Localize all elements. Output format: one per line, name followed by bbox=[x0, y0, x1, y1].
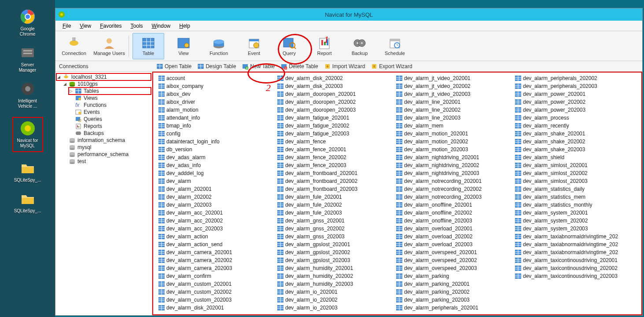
table-item[interactable]: dev_alarm_custom_202002 bbox=[157, 288, 276, 296]
tree-node-backups[interactable]: Backups bbox=[69, 130, 151, 137]
menu-window[interactable]: Window bbox=[148, 22, 174, 30]
table-item[interactable]: dev_alarm_acc_202001 bbox=[157, 209, 276, 217]
table-item[interactable]: datainteract_login_info bbox=[157, 138, 276, 146]
table-item[interactable]: dev_alarm_fatigue_202003 bbox=[276, 130, 394, 138]
table-item[interactable]: dev_alarm_gpslost_202002 bbox=[276, 248, 394, 256]
toolbar-backup-button[interactable]: Backup bbox=[344, 33, 375, 59]
table-item[interactable]: dev_alarm_acc_202003 bbox=[157, 225, 276, 233]
table-item[interactable]: dev_alarm_humidity_202003 bbox=[276, 280, 394, 288]
tree-node-events[interactable]: Events bbox=[69, 109, 151, 116]
tree-node-views[interactable]: Views bbox=[69, 95, 151, 102]
table-item[interactable]: dev_alarm_peripherals_202003 bbox=[513, 82, 632, 90]
action-export-wizard[interactable]: Export Wizard bbox=[368, 62, 415, 70]
table-item[interactable]: dev_alarm_jt_video_202002 bbox=[394, 82, 513, 90]
table-item[interactable]: dev_alarm_overload_202002 bbox=[394, 233, 513, 240]
table-item[interactable]: dev_alarm_fule_202003 bbox=[276, 209, 394, 217]
table-item[interactable]: attendant_info bbox=[157, 114, 276, 122]
table-item[interactable]: dev_alarm_shield bbox=[513, 153, 632, 161]
toolbar-query-button[interactable]: Query bbox=[273, 33, 305, 59]
table-item[interactable]: dev_alarm_power_202002 bbox=[513, 98, 632, 106]
menu-tools[interactable]: Tools bbox=[127, 22, 147, 30]
table-item[interactable]: dev_alarm_onoffline_202001 bbox=[394, 201, 513, 209]
table-item[interactable]: dev_alarm_parking bbox=[394, 272, 513, 280]
table-item[interactable]: dev_alarm_motion_202003 bbox=[394, 146, 513, 153]
table-item[interactable]: dev_alarm_statistics_monthly bbox=[513, 201, 632, 209]
toolbar-report-button[interactable]: Report bbox=[309, 33, 340, 59]
table-item[interactable]: dev_alarm_process bbox=[513, 114, 632, 122]
table-item[interactable]: dev_alarm_shake_202001 bbox=[513, 130, 632, 138]
table-item[interactable]: dev_alarm_peripherals_202002 bbox=[513, 74, 632, 82]
table-item[interactable]: dev_alarm_custom_202003 bbox=[157, 296, 276, 304]
table-item[interactable]: aibox_driver bbox=[157, 98, 276, 106]
table-item[interactable]: dev_alarm_action_send bbox=[157, 240, 276, 248]
table-item[interactable]: dev_alarm_gnss_202003 bbox=[276, 233, 394, 240]
table-item[interactable]: dev_alarm_taxiabnormaldrivingtime_202 bbox=[513, 240, 632, 248]
table-item[interactable]: dev_alarm_humidity_202002 bbox=[276, 272, 394, 280]
table-item[interactable]: dev_alarm_io_202001 bbox=[276, 288, 394, 296]
table-list[interactable]: accountaibox_companyaibox_devaibox_drive… bbox=[152, 72, 642, 315]
table-item[interactable]: dev_alarm_fule_202001 bbox=[276, 193, 394, 201]
table-item[interactable]: dev_alarm_shake_202002 bbox=[513, 138, 632, 146]
table-item[interactable]: dev_alarm_nightdriving_202001 bbox=[394, 153, 513, 161]
table-item[interactable]: dev_alarm_camera_202002 bbox=[157, 256, 276, 264]
tree-node-tables[interactable]: ▷Tables bbox=[69, 87, 151, 95]
table-item[interactable]: dev_alarm_nightdriving_202003 bbox=[394, 169, 513, 177]
tree-node-functions[interactable]: fxFunctions bbox=[69, 102, 151, 109]
table-item[interactable]: dev_alarm_mem bbox=[394, 122, 513, 130]
desktop-icon-navicat[interactable]: Navicat for MySQL bbox=[12, 117, 43, 152]
table-item[interactable]: bmap_info bbox=[157, 122, 276, 130]
action-import-wizard[interactable]: Import Wizard bbox=[322, 62, 368, 70]
table-item[interactable]: dev_alarm_gpslost_202001 bbox=[276, 240, 394, 248]
table-item[interactable]: dev_alarm_frontboard_202003 bbox=[276, 185, 394, 193]
table-item[interactable]: dev_alarm_parking_202001 bbox=[394, 280, 513, 288]
twisty-icon[interactable]: ▷ bbox=[69, 89, 73, 93]
table-item[interactable]: dev_alarm_frontboard_202002 bbox=[276, 177, 394, 185]
table-item[interactable]: dev_alarm_jt_video_202001 bbox=[394, 74, 513, 82]
table-item[interactable]: dev_alarm_overload_202001 bbox=[394, 225, 513, 233]
table-item[interactable]: dev_alarm_gnss_202001 bbox=[276, 217, 394, 225]
table-item[interactable]: dev_alarm_peripherals_202001 bbox=[394, 304, 513, 312]
toolbar-table-button[interactable]: Table bbox=[132, 33, 164, 59]
tree-node-test[interactable]: test bbox=[63, 158, 151, 165]
table-item[interactable]: dev_alarm_recently bbox=[513, 122, 632, 130]
desktop-icon-folder[interactable]: SQLiteSpy_... bbox=[12, 191, 43, 214]
table-item[interactable]: dev_alarm_202003 bbox=[157, 201, 276, 209]
table-item[interactable]: dev_adas_info bbox=[157, 161, 276, 169]
toolbar-view-button[interactable]: View bbox=[168, 33, 199, 59]
table-item[interactable]: dev_alarm_taxiabnormaldrivingtime_202 bbox=[513, 248, 632, 256]
table-item[interactable]: account bbox=[157, 74, 276, 82]
table-item[interactable]: dev_alarm bbox=[157, 177, 276, 185]
table-item[interactable]: dev_alarm_overspeed_202003 bbox=[394, 264, 513, 272]
tree-node-reports[interactable]: Reports bbox=[69, 123, 151, 130]
table-item[interactable]: dev_alarm_confirm bbox=[157, 272, 276, 280]
action-open-table[interactable]: Open Table bbox=[154, 62, 194, 70]
table-item[interactable]: dev_alarm_202002 bbox=[157, 193, 276, 201]
connection-tree[interactable]: ◢localhost_3321◢1010gps▷TablesViewsfxFun… bbox=[55, 72, 152, 315]
table-item[interactable]: dev_alarm_disk_202002 bbox=[276, 74, 394, 82]
toolbar-function-button[interactable]: Function bbox=[203, 33, 235, 59]
desktop-icon-server[interactable]: Server Manager bbox=[12, 45, 43, 73]
table-item[interactable]: dev_alarm_fence_202002 bbox=[276, 153, 394, 161]
twisty-icon[interactable]: ◢ bbox=[56, 75, 61, 79]
table-item[interactable]: dev_alarm_disk_202003 bbox=[276, 82, 394, 90]
menu-file[interactable]: File bbox=[59, 22, 74, 30]
table-item[interactable]: dev_alarm_overload_202003 bbox=[394, 240, 513, 248]
tree-node-localhost_3321[interactable]: ◢localhost_3321 bbox=[56, 73, 151, 80]
table-item[interactable]: dev_alarm_system_202001 bbox=[513, 209, 632, 217]
table-item[interactable]: dev_adas_alarm bbox=[157, 153, 276, 161]
table-item[interactable]: dev_alarm_power_202001 bbox=[513, 90, 632, 98]
table-item[interactable]: dev_alarm_io_202002 bbox=[276, 296, 394, 304]
table-item[interactable]: dev_alarm_nightdriving_202002 bbox=[394, 161, 513, 169]
menu-favorites[interactable]: Favorites bbox=[96, 22, 125, 30]
desktop-icon-gear[interactable]: Intelligent Vehicle ... bbox=[12, 81, 43, 109]
table-item[interactable]: dev_alarm_line_202002 bbox=[394, 106, 513, 114]
table-item[interactable]: dev_alarm_system_202003 bbox=[513, 225, 632, 233]
table-item[interactable]: dev_alarm_dooropen_202001 bbox=[276, 90, 394, 98]
table-item[interactable]: dev_alarm_fule_202002 bbox=[276, 201, 394, 209]
table-item[interactable]: dev_alarm_simlost_202002 bbox=[513, 169, 632, 177]
desktop-icon-chrome[interactable]: Google Chrome bbox=[12, 9, 43, 37]
menu-view[interactable]: View bbox=[76, 22, 95, 30]
table-item[interactable]: dev_alarm_notrecording_202001 bbox=[394, 177, 513, 185]
desktop-icon-folder[interactable]: SQLiteSpy_... bbox=[12, 160, 43, 183]
tree-node-performance_schema[interactable]: performance_schema bbox=[63, 151, 151, 158]
